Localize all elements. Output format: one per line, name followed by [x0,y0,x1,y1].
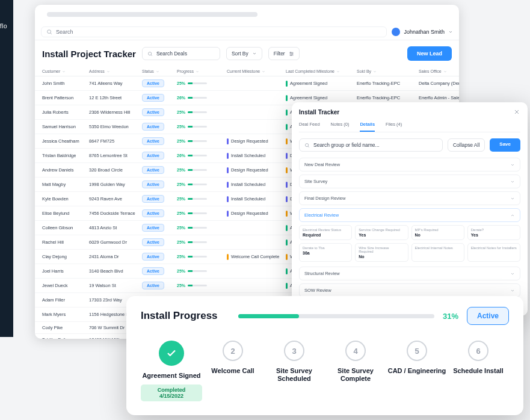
column-header[interactable]: Address [89,69,137,73]
tracker-search[interactable]: Search group or field name... [299,138,443,152]
svg-point-12 [306,143,309,146]
cell-address: 9243 Raven Ave [89,196,137,202]
tab-files[interactable]: Files (4) [386,122,402,132]
new-lead-label: New Lead [417,51,442,57]
tracker-section[interactable]: New Deal Review [299,158,520,171]
sort-by-label: Sort By [232,51,248,57]
step-number: 2 [223,341,243,361]
cell-progress: 25% [177,139,222,143]
progress-percent: 31% [443,312,458,321]
step-number: 3 [284,341,304,361]
tracker-save-button[interactable]: Save [490,138,520,152]
tracker-field[interactable]: Electrical Review StatusRequired [299,225,352,240]
column-header[interactable]: Progress [177,69,222,73]
tab-details[interactable]: Details [360,122,375,132]
svg-line-1 [51,33,52,34]
svg-point-7 [290,52,291,53]
url-placeholder [47,12,257,17]
cell-status: Active [142,94,172,102]
tracker-section[interactable]: Site Survey [299,174,520,188]
cell-customer: Kyle Bowden [42,196,84,202]
cell-progress: 25% [177,81,222,85]
cell-progress: 26% [177,96,222,100]
cell-address: 8647 FM725 [89,138,137,144]
cell-address: 7456 Dockside Terrace [89,211,137,216]
tab-deal-feed[interactable]: Deal Feed [299,122,320,132]
column-header[interactable]: Current Milestone [227,69,281,73]
chevron-down-icon [448,29,453,34]
cell-status: Active [142,253,172,261]
cell-sold-by: Enerflo Tracking-EPC [357,81,414,86]
tracker-field[interactable]: Derate to Tba30a [299,243,352,262]
cell-customer: Tabitha Palin [42,337,84,339]
avatar [392,28,400,36]
tab-notes[interactable]: Notes (0) [331,122,350,132]
tracker-field[interactable]: Electrical Internal Notes [411,243,464,262]
cell-customer: Matt Magby [42,182,84,187]
cell-address: 741 Aileens Way [89,81,137,86]
tracker-field[interactable]: Service Change RequiredYes [355,225,408,240]
tracker-section[interactable]: SOW Review [299,283,520,297]
column-header[interactable]: Sales Office [419,69,459,73]
tracker-field[interactable]: MP's RequiredNo [411,225,464,240]
tracker-section[interactable]: Final Design Review [299,191,520,205]
progress-step: 5 CAD / Engineering [386,341,448,375]
user-name: Johnathan Smith [404,29,445,35]
cell-progress: 25% [177,168,222,172]
search-deals[interactable]: Search Deals [142,47,220,60]
page-title: Install Project Tracker [42,49,136,59]
filter-label: Filter [274,51,285,57]
tracker-field[interactable]: Derate?Yes [467,225,520,240]
tracker-section[interactable]: Electrical Review [299,208,520,222]
collapse-all-button[interactable]: Collapse All [448,138,485,152]
cell-status: Active [142,79,172,87]
cell-current-milestone: Design Requested [227,167,281,173]
svg-point-8 [292,53,293,54]
cell-address: 19 Watson St [89,283,137,288]
column-header[interactable]: Sold By [357,69,414,73]
search-icon [46,29,52,35]
cell-address: 2306 Wilderness Hill [89,110,137,115]
cell-customer: Cody Pike [42,325,84,330]
cell-customer: Brent Patterson [42,95,84,100]
cell-current-milestone: Install Scheduled [227,196,281,202]
cell-address: 320 Broad Circle [89,167,137,173]
cell-status: Active [142,238,172,246]
cell-current-milestone: Welcome Call Complete [227,254,281,260]
close-icon[interactable] [513,108,520,116]
cell-address: 12 E 12th Street [89,95,137,100]
user-menu[interactable]: Johnathan Smith [392,28,453,36]
cell-status: Active [142,181,172,188]
collapse-all-label: Collapse All [453,142,479,148]
cell-progress: 25% [177,197,222,201]
cell-customer: Samuel Harrison [42,124,84,129]
window-chrome [35,5,459,24]
new-lead-button[interactable]: New Lead [407,46,452,61]
progress-step: 3 Site Survey Scheduled [263,341,325,383]
cell-customer: Jewel Dueck [42,283,84,288]
cell-progress: 26% [177,153,222,158]
global-search-placeholder: Search [56,29,73,35]
cell-address: 4813 Anzio St [89,225,137,230]
cell-status: Active [142,123,172,131]
cell-customer: Adam Filler [42,297,84,303]
table-row[interactable]: John Smith 741 Aileens Way Active 25% Ag… [35,76,459,91]
svg-point-2 [148,52,151,55]
cell-customer: Andrew Daniels [42,167,84,173]
global-search[interactable]: Search [41,26,387,37]
sort-by-dropdown[interactable]: Sort By [226,47,262,60]
cell-customer: Tristan Baldridge [42,153,84,158]
search-icon [304,143,310,148]
progress-title: Install Progress [141,310,218,322]
cell-customer: Elise Beylund [42,211,84,216]
column-header[interactable]: Customer [42,69,84,73]
cell-customer: Julia Roberts [42,110,84,115]
column-header[interactable]: Last Completed Milestone [286,69,352,73]
tracker-field[interactable]: Wire Size Increase RequiredNo [355,243,408,262]
tracker-section[interactable]: Structural Review [299,267,520,280]
filter-button[interactable]: Filter [268,47,300,60]
tracker-field[interactable]: Electrical Notes for Installers [467,243,520,262]
cell-status: Active [142,209,172,217]
cell-status: Active [142,224,172,232]
column-header[interactable]: Status [142,69,172,73]
